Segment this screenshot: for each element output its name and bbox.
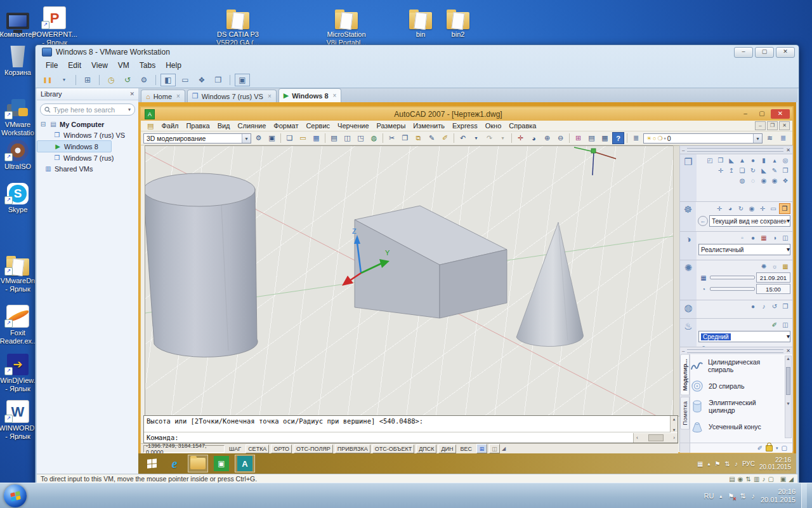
save-icon[interactable]: ▦ [310, 132, 322, 144]
paste-icon[interactable]: ⧉ [412, 132, 424, 144]
layer-props-icon[interactable]: ≣ [630, 132, 642, 144]
action-center-flag-icon[interactable]: ⚑ [715, 460, 721, 467]
zoom-3d-icon[interactable]: ◕ [725, 204, 735, 213]
cut-icon[interactable]: ✂ [386, 132, 398, 144]
style-2dwire-icon[interactable]: ▫ [737, 233, 747, 243]
acad-minimize-button[interactable]: – [738, 109, 753, 119]
cdrom-icon[interactable]: ◉ [738, 476, 743, 483]
open-icon[interactable]: ▭ [297, 132, 309, 144]
palette-properties-icon[interactable]: ▢ [782, 444, 787, 451]
snapshot-take-icon[interactable]: ◷ [104, 74, 118, 86]
walk-icon[interactable]: ✛ [757, 204, 768, 213]
new-icon[interactable]: ❏ [284, 132, 296, 144]
vmware-menu-edit[interactable]: Edit [63, 60, 86, 71]
designcenter-icon[interactable]: ▤ [586, 132, 598, 144]
tab-windows8-active[interactable]: ▶ Windows 8 × [278, 88, 342, 102]
win8-explorer-button[interactable] [188, 455, 208, 472]
palette-scrollbar[interactable]: ▲ ▼ [785, 356, 792, 438]
view-back-icon[interactable]: ← [698, 216, 708, 226]
box-tool-icon[interactable]: ◰ [705, 156, 715, 165]
palette-menu-icon[interactable]: ▾ [776, 446, 778, 451]
undo-icon[interactable]: ↶ [457, 132, 469, 144]
dashboard-header[interactable]: – ✕ [680, 146, 792, 154]
command-window[interactable]: Высота или [2Точки/Конечная точка оси/Ра… [143, 415, 678, 443]
menu-file[interactable]: Файл [157, 121, 182, 130]
sound-icon[interactable]: ♪ [762, 476, 765, 483]
cylinder-tool-icon[interactable]: ▮ [759, 156, 769, 165]
status-tray-icon[interactable]: ◢ [502, 446, 506, 451]
sweep-icon[interactable]: ❏ [737, 166, 747, 175]
cylinder-solid[interactable] [145, 189, 258, 357]
vm-screen-windows8[interactable]: A AutoCAD 2007 - [Чертеж1.dwg] – ▢ ✕ ▤ Ф… [138, 102, 796, 474]
zoom-window-icon[interactable]: ⊕ [541, 132, 553, 144]
sun-status-icon[interactable]: ☼ [769, 262, 780, 271]
win7-clock[interactable]: 20:16 20.01.2015 [761, 488, 796, 504]
convert-icon[interactable]: ❖ [780, 176, 790, 185]
toggle-snap[interactable]: ШАГ [226, 444, 244, 453]
harddisk-icon[interactable]: ▤ [729, 476, 735, 483]
pointlight-icon[interactable]: ✺ [759, 262, 769, 271]
style-conceptual-icon[interactable]: ◑ [769, 233, 780, 243]
menu-window[interactable]: Окно [481, 121, 506, 130]
tab-close-icon[interactable]: × [268, 93, 272, 100]
workspace-combo[interactable]: 3D моделирование ▾ [143, 133, 251, 144]
palette-spray-icon[interactable]: ✐ [757, 444, 763, 451]
menu-service[interactable]: Сервис [302, 121, 334, 130]
library-close-icon[interactable]: ✕ [129, 91, 134, 97]
matchprop-icon[interactable]: ✎ [426, 132, 438, 144]
dashboard-close-icon[interactable]: ✕ [786, 147, 790, 153]
pan-3d-icon[interactable]: ✛ [714, 204, 724, 213]
menu-help[interactable]: Справка [505, 121, 540, 130]
fullscreen-icon[interactable]: ❖ [195, 74, 209, 86]
render-window-icon[interactable]: ◫ [780, 320, 790, 330]
layout-icon[interactable]: ◫ [489, 444, 500, 453]
show-console-icon[interactable]: ▣ [235, 74, 250, 86]
show-desktop-button[interactable] [801, 483, 807, 508]
tray-expand-icon[interactable]: ▴ [708, 461, 710, 467]
extrude-icon[interactable]: ↥ [726, 166, 737, 175]
win8-clock[interactable]: 22:16 20.01.2015 [759, 457, 791, 471]
union-icon[interactable]: ◍ [737, 176, 747, 185]
sheetset-icon[interactable]: ▣ [266, 132, 278, 144]
mdi-restore-icon[interactable]: ❐ [767, 121, 778, 130]
search-dropdown-icon[interactable]: ▾ [128, 107, 131, 112]
toggle-polar[interactable]: ОТС-ПОЛЯР [294, 444, 333, 453]
layer-combo[interactable]: ☀ ○ ❍ ▫ 0 ▾ [643, 133, 763, 144]
tree-item-win7[interactable]: ❒ Windows 7 (rus) [37, 152, 138, 163]
palette-tab-modeling[interactable]: Моделир... [680, 354, 690, 396]
palette-lock-icon[interactable] [766, 445, 773, 451]
toggle-lwt[interactable]: ВЕС [458, 444, 475, 453]
layer-states-icon[interactable]: ≋ [764, 132, 776, 144]
win7-language[interactable]: RU [704, 492, 714, 500]
toggle-ortho[interactable]: ОРТО [271, 444, 292, 453]
render-env-icon[interactable]: ✐ [769, 320, 780, 330]
layer-prev-icon[interactable]: ≣ [777, 132, 789, 144]
console-view-icon[interactable]: ◧ [160, 74, 176, 86]
unity-icon[interactable]: ❐ [211, 74, 225, 86]
menu-draw[interactable]: Черчение [334, 121, 373, 130]
time-slider[interactable] [710, 287, 755, 291]
pyramid-tool-icon[interactable]: ▴ [769, 156, 780, 165]
menu-merge[interactable]: Слияние [234, 121, 270, 130]
snapshot-manager-icon[interactable]: ⚙ [137, 74, 151, 86]
style-3dhidden-icon[interactable]: ● [748, 233, 758, 243]
vmware-maximize-button[interactable]: ▢ [755, 47, 774, 58]
volume-icon[interactable]: ♪ [735, 460, 738, 467]
materials-edit-icon[interactable]: ❐ [780, 302, 790, 311]
command-prompt[interactable]: Команда: [144, 433, 633, 443]
tree-item-shared-vms[interactable]: ▥ Shared VMs [37, 163, 138, 174]
date-slider[interactable] [710, 276, 755, 279]
palette-item-elliptical-cylinder[interactable]: Эллиптический цилиндр [690, 396, 784, 417]
cube-tool-icon[interactable]: ❒ [716, 156, 726, 165]
web-icon[interactable]: ◍ [368, 132, 380, 144]
copy-icon[interactable]: ❐ [399, 132, 411, 144]
tree-item-win7-vs[interactable]: ❒ Windows 7 (rus) VS [37, 130, 138, 140]
volume-icon[interactable]: ♪ [751, 492, 755, 500]
vmware-close-button[interactable]: ✕ [776, 47, 795, 58]
win8-store-button[interactable]: ▣ [212, 455, 231, 472]
workspace-settings-icon[interactable]: ⚙ [252, 132, 265, 144]
acad-close-button[interactable]: ✕ [771, 109, 790, 119]
library-search-input[interactable]: Type here to search ▾ [40, 104, 135, 116]
materials-browser-icon[interactable]: ● [748, 302, 758, 311]
palette-item-2d-spiral[interactable]: 2D спираль [690, 376, 784, 396]
